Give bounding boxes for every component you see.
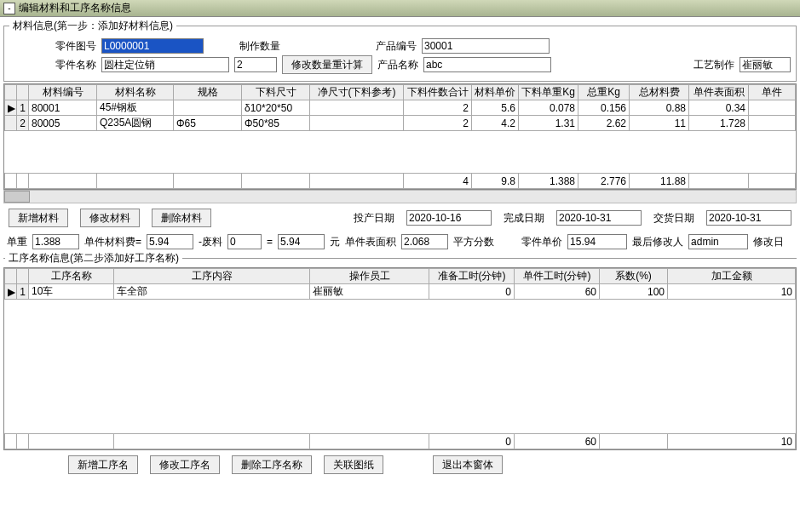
table-row[interactable]: 280005Q235A圆钢Φ65Φ50*8524.21.312.62111.72… [5, 116, 796, 131]
label-yuan: 元 [330, 235, 340, 249]
label-unit-mat-cost: 单件材料费= [84, 235, 141, 249]
mat-col-header[interactable]: 单件 [749, 85, 796, 100]
material-grid[interactable]: 材料编号材料名称规格下料尺寸净尺寸(下料参考)下料件数合计材料单价下料单重Kg总… [3, 83, 797, 190]
net-input[interactable] [278, 234, 325, 249]
label-eq: = [267, 236, 273, 248]
label-unit-weight: 单重 [7, 235, 27, 249]
deliver-date-input[interactable] [706, 210, 791, 226]
label-unit-surf: 单件表面积 [345, 235, 396, 249]
add-material-button[interactable]: 新增材料 [9, 209, 68, 227]
material-legend: 材料信息(第一步：添加好材料信息) [9, 19, 176, 33]
mat-col-header[interactable]: 总重Kg [578, 85, 630, 100]
material-section: 材料信息(第一步：添加好材料信息) 零件图号 制作数量 产品编号 零件名称 修改… [3, 19, 797, 82]
label-last-mod: 最后修改人 [632, 235, 683, 249]
label-part-name: 零件名称 [55, 58, 96, 72]
unit-price-input[interactable] [567, 234, 627, 249]
mat-col-header[interactable] [5, 85, 17, 100]
recalc-button[interactable]: 修改数量重计算 [282, 55, 372, 74]
label-prod-name: 产品名称 [377, 58, 418, 72]
material-scrollbar[interactable] [3, 190, 797, 203]
unit-surf-input[interactable] [401, 234, 448, 249]
op-col-header[interactable]: 单件工时(分钟) [515, 269, 600, 284]
op-col-header[interactable]: 工序内容 [114, 269, 310, 284]
label-scrap: -废料 [199, 235, 222, 249]
mat-col-header[interactable]: 材料名称 [97, 85, 174, 100]
label-sq-score: 平方分数 [453, 235, 494, 249]
scrap-input[interactable] [227, 234, 262, 249]
prod-name-input[interactable] [423, 57, 551, 72]
link-drawing-button[interactable]: 关联图纸 [324, 455, 383, 474]
prod-no-input[interactable] [422, 38, 550, 54]
mat-col-header[interactable]: 材料编号 [29, 85, 97, 100]
exit-button[interactable]: 退出本窗体 [433, 455, 503, 474]
op-col-header[interactable] [5, 269, 17, 284]
mat-col-header[interactable]: 总材料费 [630, 85, 689, 100]
label-finish-date: 完成日期 [504, 211, 544, 226]
table-row[interactable]: ▶110车车全部崔丽敏06010010 [5, 284, 796, 300]
edit-operation-button[interactable]: 修改工序名 [150, 455, 220, 474]
label-part-draw-no: 零件图号 [55, 39, 96, 54]
mat-col-header[interactable] [17, 85, 29, 100]
label-unit-price: 零件单价 [521, 235, 562, 249]
part-name-input[interactable] [101, 57, 229, 72]
make-qty-input[interactable] [234, 57, 277, 72]
table-row[interactable]: ▶18000145#钢板δ10*20*5025.60.0780.1560.880… [5, 100, 796, 116]
titlebar: - 编辑材料和工序名称信息 [0, 0, 800, 17]
window-title: 编辑材料和工序名称信息 [19, 1, 131, 15]
craft-by-input[interactable] [740, 57, 791, 72]
mat-col-header[interactable]: 净尺寸(下料参考) [310, 85, 404, 100]
last-mod-input[interactable] [688, 234, 748, 249]
delete-material-button[interactable]: 删除材料 [152, 209, 211, 227]
mat-col-header[interactable]: 材料单价 [472, 85, 519, 100]
op-col-header[interactable]: 准备工时(分钟) [429, 269, 515, 284]
mat-col-header[interactable]: 规格 [174, 85, 242, 100]
label-start-date: 投产日期 [354, 211, 394, 226]
mat-col-header[interactable]: 下料尺寸 [242, 85, 310, 100]
mat-total-row: 49.81.3882.77611.88 [5, 174, 796, 189]
mat-col-header[interactable]: 下料单重Kg [519, 85, 578, 100]
operation-section: 工序名称信息(第二步添加好工序名称) [3, 251, 797, 267]
start-date-input[interactable] [406, 210, 492, 226]
unit-weight-input[interactable] [32, 234, 79, 249]
label-craft-by: 工艺制作 [694, 58, 734, 72]
unit-mat-cost-input[interactable] [147, 234, 193, 249]
operation-legend: 工序名称信息(第二步添加好工序名称) [5, 251, 182, 266]
mat-col-header[interactable]: 下料件数合计 [404, 85, 472, 100]
operation-grid[interactable]: 工序名称工序内容操作员工准备工时(分钟)单件工时(分钟)系数(%)加工金额 ▶1… [3, 267, 797, 450]
op-total-row: 06010 [5, 434, 796, 449]
label-deliver-date: 交货日期 [653, 211, 694, 226]
add-operation-button[interactable]: 新增工序名 [68, 455, 138, 474]
label-mod-date: 修改日 [753, 235, 784, 249]
op-col-header[interactable]: 操作员工 [310, 269, 429, 284]
window-icon: - [3, 3, 15, 14]
part-draw-no-input[interactable] [101, 38, 204, 54]
op-col-header[interactable]: 系数(%) [600, 269, 668, 284]
label-make-qty: 制作数量 [239, 39, 280, 54]
op-col-header[interactable]: 工序名称 [29, 269, 114, 284]
delete-operation-button[interactable]: 删除工序名称 [232, 455, 312, 474]
finish-date-input[interactable] [556, 210, 642, 226]
op-col-header[interactable]: 加工金额 [668, 269, 796, 284]
label-prod-no: 产品编号 [376, 39, 417, 54]
mat-col-header[interactable]: 单件表面积 [689, 85, 749, 100]
op-col-header[interactable] [17, 269, 29, 284]
edit-material-button[interactable]: 修改材料 [80, 209, 140, 227]
